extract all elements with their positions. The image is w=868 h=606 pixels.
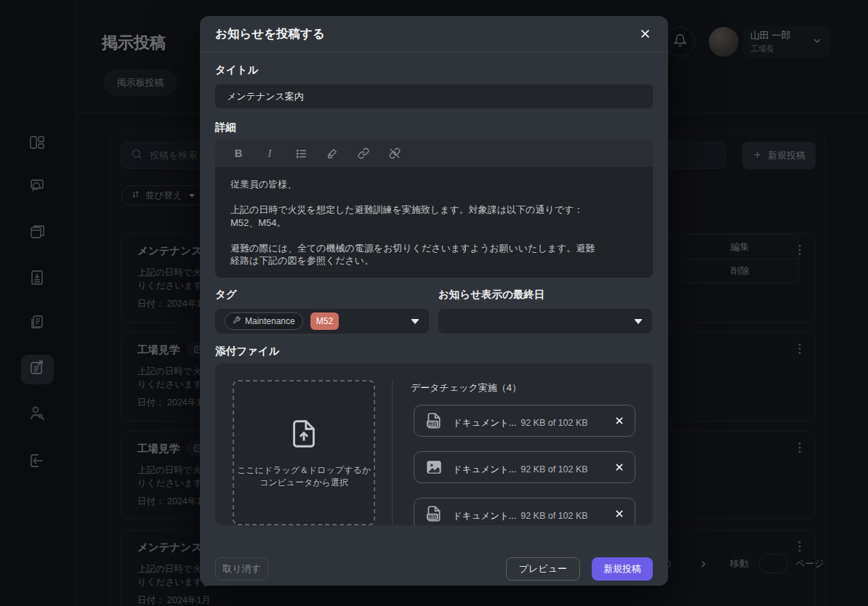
tag-chip-m52: M52 — [310, 312, 339, 330]
dropzone-text-line2: コンピュータから選択 — [260, 477, 348, 489]
title-field-label: タイトル — [215, 63, 653, 77]
close-icon[interactable] — [637, 26, 653, 42]
editor-toolbar: B I — [215, 140, 653, 167]
link-button[interactable] — [357, 147, 370, 160]
modal-header: お知らせを投稿する — [200, 16, 668, 52]
bold-button[interactable]: B — [232, 147, 245, 160]
dropzone-text-line1: ここにドラッグ＆ドロップするか — [237, 464, 371, 477]
file-name: ドキュメント... — [453, 418, 516, 428]
file-name: ドキュメント... — [453, 464, 516, 474]
svg-text:CSV: CSV — [428, 421, 437, 426]
preview-button[interactable]: プレビュー — [506, 557, 580, 581]
chevron-down-icon — [634, 319, 643, 324]
attachments-field-label: 添付ファイル — [215, 344, 653, 358]
csv-file-icon: CSV — [425, 411, 443, 430]
attachments-area: ここにドラッグ＆ドロップするか コンピュータから選択 データチェック実施（4） … — [215, 363, 653, 525]
file-size: 92 KB of 102 KB — [521, 511, 587, 521]
file-size: 92 KB of 102 KB — [521, 418, 587, 428]
remove-file-icon[interactable] — [614, 509, 624, 519]
svg-text:CSV: CSV — [428, 514, 437, 519]
rich-text-editor: B I 従業員の皆様、 上記の日時で火災を想定した避難訓練を実施致します。対象課… — [215, 140, 653, 278]
expiry-date-dropdown[interactable] — [438, 309, 652, 334]
file-row: CSV ドキュメント...92 KB of 102 KB — [414, 498, 635, 525]
expiry-field-label: お知らせ表示の最終日 — [438, 288, 652, 302]
modal-title: お知らせを投稿する — [215, 26, 325, 42]
cancel-button[interactable]: 取り消す — [215, 557, 268, 581]
remove-file-icon[interactable] — [614, 416, 624, 426]
app-screen: 掲示投稿 掲示板投稿 山田 一郎 工場長 投稿を検索 新規投稿 並び替え メンテ… — [0, 0, 868, 606]
vertical-divider — [392, 380, 393, 525]
files-header: データチェック実施（4） — [411, 381, 635, 395]
title-input[interactable]: メンテナンス案内 — [215, 84, 653, 108]
chevron-down-icon — [411, 319, 419, 324]
tag-maintenance: Maintenance — [225, 312, 303, 330]
submit-button[interactable]: 新規投稿 — [592, 557, 653, 581]
file-name: ドキュメント... — [453, 511, 516, 521]
post-announcement-modal: お知らせを投稿する タイトル メンテナンス案内 詳細 B I 従業員の皆様、 — [200, 16, 668, 586]
file-size: 92 KB of 102 KB — [521, 464, 587, 474]
csv-file-icon: CSV — [425, 504, 443, 523]
image-file-icon — [425, 458, 443, 477]
bullet-list-button[interactable] — [294, 147, 308, 160]
remove-file-icon[interactable] — [614, 462, 624, 472]
file-upload-icon — [287, 417, 321, 454]
italic-button[interactable]: I — [263, 147, 276, 160]
file-row: CSV ドキュメント...92 KB of 102 KB — [414, 405, 635, 437]
wrench-icon — [233, 316, 241, 326]
file-row: ドキュメント...92 KB of 102 KB — [414, 451, 635, 483]
detail-field-label: 詳細 — [215, 121, 653, 134]
tag-dropdown[interactable]: Maintenance M52 — [215, 309, 429, 334]
tag-field-label: タグ — [215, 288, 429, 302]
unlink-button[interactable] — [388, 147, 401, 160]
editor-content[interactable]: 従業員の皆様、 上記の日時で火災を想定した避難訓練を実施致します。対象課は以下の… — [215, 167, 653, 278]
file-dropzone[interactable]: ここにドラッグ＆ドロップするか コンピュータから選択 — [233, 380, 375, 525]
highlight-button[interactable] — [326, 147, 339, 160]
